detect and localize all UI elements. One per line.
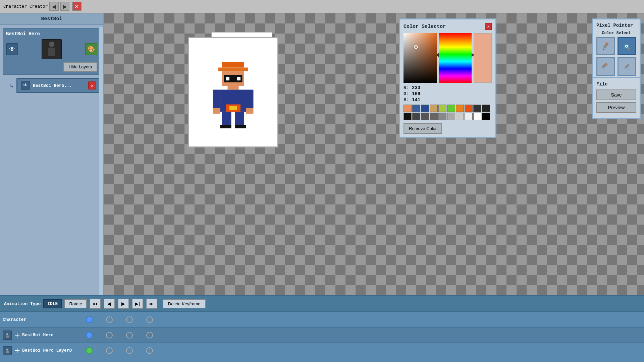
color-swatch[interactable] <box>456 105 464 112</box>
remove-color-button[interactable]: Remove Color <box>404 123 442 134</box>
bestboi-hero-icon <box>3 330 12 340</box>
timeline-dot-3[interactable] <box>126 316 133 323</box>
svg-rect-6 <box>226 77 229 80</box>
close-button[interactable]: ✕ <box>72 2 82 11</box>
swatch-row-2 <box>404 113 492 120</box>
layer-eye-icon[interactable]: 👁 <box>6 43 18 55</box>
svg-rect-16 <box>222 112 231 127</box>
color-swatch[interactable] <box>447 105 455 112</box>
forward-button[interactable]: ▶ <box>60 2 69 11</box>
anim-type-label: Animation Type <box>4 301 41 306</box>
pixel-pointer-panel: Pixel Pointer Color Select <box>592 18 641 80</box>
timeline-label-bestboi-layer: BestBoi Hero LayerD <box>3 346 83 355</box>
svg-rect-7 <box>237 77 240 80</box>
step-forward-button[interactable]: ▶| <box>132 299 143 309</box>
back-button[interactable]: ◀ <box>49 2 59 11</box>
timeline-dot-4[interactable] <box>146 316 153 323</box>
timeline-dots-character <box>86 316 153 323</box>
color-swatch[interactable] <box>465 105 473 112</box>
color-swatch[interactable] <box>438 105 446 112</box>
rgb-values: R: 233 G: 169 B: 141 <box>404 85 492 103</box>
layer-hero[interactable]: BestBoi Hero 👁 🎨 Hide Layers <box>3 28 101 75</box>
sub-layer-item[interactable]: 👁 BestBoi Hero... ✕ <box>16 78 101 93</box>
delete-keyframe-button[interactable]: Delete Keyframe <box>163 299 206 308</box>
color-swatch[interactable] <box>473 113 481 120</box>
anim-type-value: IDLE <box>43 299 62 308</box>
color-swatch[interactable] <box>438 113 446 120</box>
svg-rect-27 <box>601 62 607 68</box>
animation-controls: Animation Type IDLE Rotate ⏮ ◀ ▶ ▶| ⏭ De… <box>0 296 644 312</box>
svg-point-0 <box>49 42 54 47</box>
color-swatch[interactable] <box>421 113 429 120</box>
sub-layer-icon: 👁 <box>21 81 30 90</box>
play-button[interactable]: ▶ <box>118 299 129 309</box>
hue-arrow-right-icon <box>472 53 474 57</box>
color-swatch[interactable] <box>412 113 420 120</box>
svg-rect-13 <box>246 90 254 108</box>
timeline-row-character: Character <box>0 312 644 327</box>
color-preview-box <box>474 33 492 83</box>
timeline-dots-bestboi-hero <box>86 332 153 339</box>
color-selector-label: Color Selector <box>404 24 446 29</box>
sub-layer-delete-icon[interactable]: ✕ <box>88 81 96 89</box>
rotate-button[interactable]: Rotate <box>64 299 87 308</box>
color-swatch[interactable] <box>473 105 481 112</box>
dropper-tool-button[interactable] <box>618 57 636 76</box>
hue-slider[interactable] <box>439 33 472 83</box>
left-scrollbar[interactable] <box>99 27 103 295</box>
color-select-tool-button[interactable] <box>618 37 636 55</box>
bestboi-hero-dot-2[interactable] <box>106 332 113 339</box>
color-swatch[interactable] <box>430 105 438 112</box>
bestboi-layer-dot-2[interactable] <box>106 347 113 354</box>
gradient-cursor <box>414 45 418 49</box>
color-swatch[interactable] <box>447 113 455 120</box>
svg-rect-8 <box>228 86 239 90</box>
bestboi-layer-dot-4[interactable] <box>146 347 153 354</box>
skip-forward-button[interactable]: ⏭ <box>146 299 157 309</box>
timeline-row-bestboi-hero: BestBoi Hero <box>0 327 644 343</box>
svg-rect-19 <box>235 125 246 128</box>
timeline-dot-2[interactable] <box>106 316 113 323</box>
r-label: R: <box>404 85 412 90</box>
pencil-tool-button[interactable] <box>596 37 615 55</box>
svg-rect-2 <box>222 62 244 68</box>
skip-back-button[interactable]: ⏮ <box>90 299 101 309</box>
eraser-tool-button[interactable] <box>596 57 615 76</box>
preview-button[interactable]: Preview <box>596 102 636 113</box>
layer-avatar <box>42 39 62 59</box>
color-swatch[interactable] <box>482 113 490 120</box>
main-canvas-area: Animation: IDLE Rotation: Down Frame: 1 … <box>104 13 644 295</box>
bestboi-layer-dot-3[interactable] <box>126 347 133 354</box>
color-swatch[interactable] <box>404 113 412 120</box>
swatch-row-1 <box>404 105 492 112</box>
bestboi-hero-dot-1[interactable] <box>86 332 93 339</box>
title-bar: Character Creator ◀ ▶ ✕ <box>0 0 644 13</box>
layer-color-icon[interactable]: 🎨 <box>85 43 97 55</box>
timeline-dot-1[interactable] <box>86 316 93 323</box>
bestboi-hero-dot-4[interactable] <box>146 332 153 339</box>
save-button[interactable]: Save <box>596 89 636 100</box>
step-back-button[interactable]: ◀ <box>104 299 115 309</box>
bestboi-hero-chain-icon <box>15 333 19 338</box>
color-swatch[interactable] <box>465 113 473 120</box>
color-selector-panel: Color Selector ✕ R: 233 G: 169 B: <box>399 18 496 138</box>
hide-layers-button[interactable]: Hide Layers <box>63 62 97 72</box>
timeline-dots-bestboi-layer <box>86 347 153 354</box>
color-swatch[interactable] <box>430 113 438 120</box>
color-swatch[interactable] <box>482 105 490 112</box>
pixel-pointer-title: Pixel Pointer <box>596 23 636 28</box>
tool-grid <box>596 37 636 76</box>
color-selector-close-button[interactable]: ✕ <box>485 23 492 30</box>
bestboi-layer-dot-1[interactable] <box>86 347 93 354</box>
bestboi-hero-dot-3[interactable] <box>126 332 133 339</box>
timeline-row-bestboi-layer: BestBoi Hero LayerD <box>0 343 644 358</box>
svg-rect-17 <box>235 112 245 127</box>
file-panel: File Save Preview <box>592 77 641 119</box>
color-swatch[interactable] <box>456 113 464 120</box>
color-swatch[interactable] <box>412 105 420 112</box>
color-gradient-picker[interactable] <box>404 33 437 83</box>
color-swatch[interactable] <box>404 105 412 112</box>
layer-hero-title: BestBoi Hero <box>6 31 97 37</box>
svg-rect-12 <box>213 90 220 108</box>
color-swatch[interactable] <box>421 105 429 112</box>
